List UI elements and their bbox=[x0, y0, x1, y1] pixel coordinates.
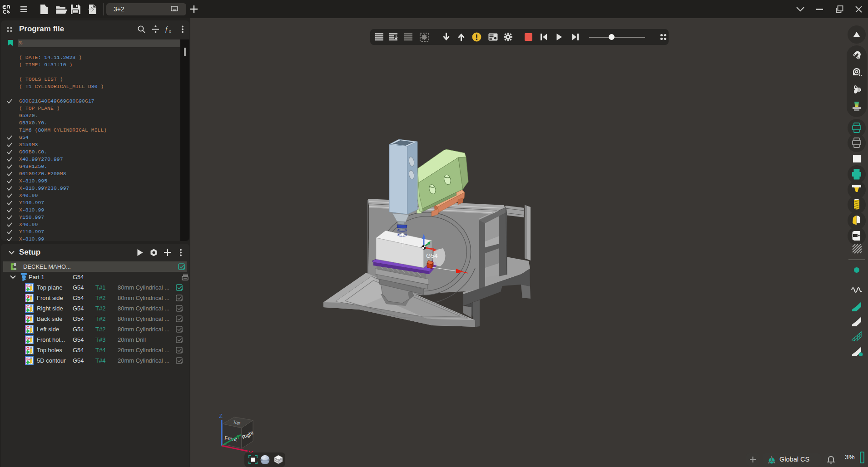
svg-text:G: G bbox=[26, 283, 30, 288]
svg-text:G: G bbox=[26, 315, 30, 320]
svg-text:G: G bbox=[26, 346, 30, 351]
svg-text:G: G bbox=[26, 356, 30, 361]
svg-text:Y: Y bbox=[237, 433, 241, 440]
svg-text:G: G bbox=[26, 304, 30, 309]
svg-text:f: f bbox=[165, 25, 168, 33]
svg-text:G: G bbox=[26, 325, 30, 330]
svg-text:Z: Z bbox=[219, 413, 223, 419]
svg-text:x: x bbox=[169, 29, 171, 34]
svg-text:G: G bbox=[26, 294, 30, 299]
svg-text:G: G bbox=[26, 335, 30, 340]
svg-text:G54: G54 bbox=[426, 252, 438, 259]
